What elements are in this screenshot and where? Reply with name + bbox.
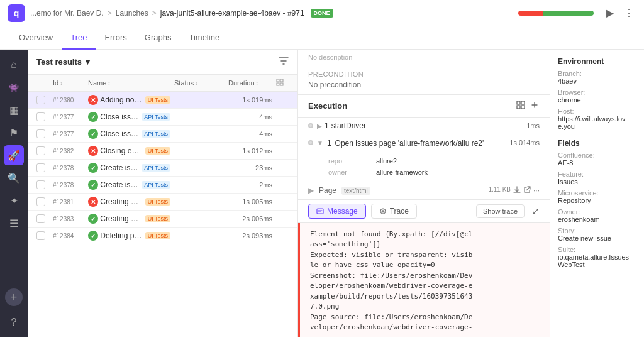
expanded-chevron-down[interactable]: ▼	[317, 140, 323, 146]
precondition-label: Precondition	[308, 70, 540, 78]
nav-list[interactable]: ☰	[4, 213, 24, 233]
col-duration[interactable]: Duration ↕	[228, 79, 272, 87]
branch-label: Branch:	[558, 70, 636, 77]
test-results-title[interactable]: Test results ▾	[36, 57, 90, 67]
branch-value: 4baev	[558, 77, 636, 85]
row-checkbox[interactable]	[36, 146, 45, 155]
page-expand-chevron[interactable]: ▶	[308, 186, 314, 195]
more-options-button[interactable]: ···	[533, 186, 540, 195]
row-id: #12381	[53, 199, 84, 206]
message-trace-tabs: Message Trace Show trace ⤢	[298, 200, 550, 223]
table-row[interactable]: #12377 ✓ Close issue via api API Tests 4…	[28, 109, 297, 126]
breadcrumb-part2: Launches	[116, 9, 148, 18]
col-id[interactable]: Id ↕	[53, 79, 84, 87]
suite-label: Suite:	[558, 246, 636, 253]
step-chevron-right[interactable]: ▶	[317, 123, 322, 129]
host-value: https://i.will.always.lov e.you	[558, 115, 636, 130]
row-id: #12383	[53, 216, 84, 222]
detail-panel: No description Precondition No precondit…	[298, 50, 550, 337]
nav-star[interactable]: ✦	[4, 190, 24, 211]
table-row[interactable]: #12377 ✓ Close issue via api API Tests 4…	[28, 126, 297, 143]
confluence-label: Confluence:	[558, 151, 636, 159]
host-label: Host:	[558, 107, 636, 115]
status-sort-icon: ↕	[195, 80, 197, 86]
table-row[interactable]: #12382 ✕ Closing existing issue by autho…	[28, 143, 297, 160]
row-checkbox[interactable]	[36, 163, 45, 172]
owner-label: Owner:	[558, 208, 636, 216]
fields-section: Fields Confluence: AE-8 Feature: Issues …	[558, 139, 636, 268]
test-results-panel: Test results ▾ Id ↕ Name ↕ Status ↕	[28, 50, 298, 337]
expand-message-button[interactable]: ⤢	[532, 206, 540, 216]
row-tag: UI Tests	[145, 232, 170, 239]
row-checkbox[interactable]	[36, 214, 45, 223]
row-id: #12378	[53, 182, 84, 189]
filter-icon[interactable]	[279, 56, 289, 68]
expand-all-button[interactable]	[516, 100, 526, 112]
table-row[interactable]: #12378 ✓ Create issue via api API Tests …	[28, 177, 297, 194]
svg-rect-7	[521, 106, 525, 109]
table-row[interactable]: #12384 ✓ Deleting pull request by author…	[28, 228, 297, 244]
col-actions	[276, 79, 289, 87]
story-field: Story: Create new issue	[558, 227, 636, 242]
table-row[interactable]: #12381 ✕ Creating new issue by authorize…	[28, 194, 297, 211]
status-icon-pass: ✓	[88, 231, 98, 241]
row-checkbox[interactable]	[36, 180, 45, 189]
row-checkbox[interactable]	[36, 96, 45, 104]
row-checkbox[interactable]	[36, 129, 45, 138]
breadcrumb-sep2: >	[152, 9, 157, 18]
tab-trace[interactable]: Trace	[371, 204, 417, 219]
step-1-duration: 1ms	[526, 122, 540, 129]
main-content: ⌂ 👾 ▦ ⚑ 🚀 🔍 ✦ ☰ + ? Test results ▾	[0, 50, 644, 337]
col-name[interactable]: Name ↕	[88, 79, 170, 87]
fields-title: Fields	[558, 139, 636, 148]
row-duration: 1s 005ms	[228, 198, 272, 206]
logo-icon: q	[8, 4, 25, 22]
confluence-value: AE-8	[558, 159, 636, 167]
row-duration: 1s 012ms	[228, 147, 272, 155]
suite-value: io.qameta.allure.Issues WebTest	[558, 253, 636, 268]
play-button[interactable]: ▶	[604, 4, 616, 21]
tab-graphs[interactable]: Graphs	[136, 26, 180, 50]
row-id: #12377	[53, 131, 84, 138]
row-checkbox[interactable]	[36, 197, 45, 206]
tab-timeline[interactable]: Timeline	[180, 26, 228, 50]
table-row[interactable]: #12383 ✓ Creating new pull request by au…	[28, 211, 297, 228]
step-1-row[interactable]: ▶ 1 startDriver	[317, 121, 523, 130]
collapse-button[interactable]	[530, 100, 540, 112]
row-id: #12380	[53, 97, 84, 104]
show-trace-button[interactable]: Show trace	[476, 204, 525, 218]
table-row[interactable]: #12380 ✕ Adding note to advertisement UI…	[28, 92, 297, 109]
microservice-label: Microservice:	[558, 189, 636, 197]
row-checkbox[interactable]	[36, 231, 45, 240]
row-id: #12384	[53, 233, 84, 239]
row-checkbox[interactable]	[36, 112, 45, 121]
tab-message[interactable]: Message	[308, 204, 366, 219]
detail-row-repo: repo allure2	[328, 155, 540, 167]
row-tag: UI Tests	[145, 215, 170, 222]
nav-chart[interactable]: ▦	[4, 100, 24, 120]
open-button[interactable]	[523, 186, 531, 195]
table-row[interactable]: #12378 ✓ Create issue via api API Tests …	[28, 160, 297, 177]
more-button[interactable]: ⋮	[621, 4, 636, 21]
nav-alien[interactable]: 👾	[4, 77, 24, 97]
nav-flag[interactable]: ⚑	[4, 123, 24, 143]
progress-bar	[518, 11, 594, 16]
add-button[interactable]: +	[5, 288, 23, 306]
download-button[interactable]	[513, 186, 521, 195]
col-status[interactable]: Status ↕	[174, 79, 225, 87]
tab-errors[interactable]: Errors	[96, 26, 135, 50]
nav-home[interactable]: ⌂	[4, 55, 24, 75]
row-tag: UI Tests	[145, 96, 170, 104]
owner-field: Owner: eroshenkoam	[558, 208, 636, 223]
tab-overview[interactable]: Overview	[10, 26, 62, 50]
description-section: No description	[298, 50, 550, 65]
status-icon-pass: ✓	[88, 129, 98, 139]
nav-search[interactable]: 🔍	[4, 168, 24, 188]
suite-field: Suite: io.qameta.allure.Issues WebTest	[558, 246, 636, 268]
svg-rect-4	[517, 101, 520, 104]
help-button[interactable]: ?	[4, 312, 24, 332]
svg-rect-8	[317, 209, 323, 214]
nav-rocket[interactable]: 🚀	[4, 145, 24, 165]
story-value: Create new issue	[558, 234, 636, 242]
tab-tree[interactable]: Tree	[62, 26, 96, 50]
